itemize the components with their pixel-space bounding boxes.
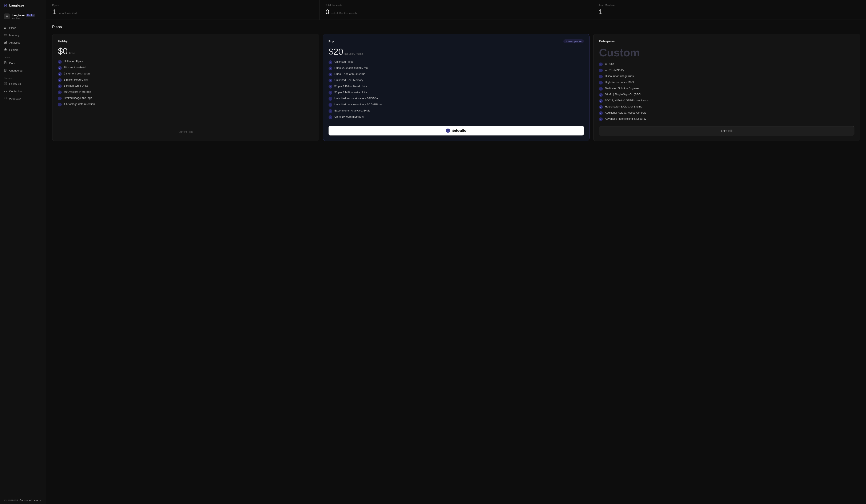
check-icon: ✓ [329, 85, 332, 89]
sidebar-label-memory: Memory [9, 34, 19, 37]
check-icon: ✓ [58, 103, 62, 106]
pro-feature-6: ✓ $3 per 1 Million Write Units [329, 91, 584, 95]
sidebar-logo-text: Langbase [9, 3, 24, 7]
hobby-feature-3: ✓ 5 memory sets (beta) [58, 72, 313, 76]
stat-members-value: 1 [599, 8, 860, 16]
hobby-feature-2: ✓ 1K runs /mo (beta) [58, 66, 313, 70]
sidebar-item-memory[interactable]: Memory [0, 32, 46, 39]
pro-footer: 1 Subscribe [329, 126, 584, 136]
org-sub: langbase [12, 17, 38, 19]
ent-feature-1: ✓ ∞ Runs [599, 62, 854, 66]
sidebar-item-feedback[interactable]: Feedback [0, 95, 46, 102]
main-content: Pipes 1 out of Unlimited Total Requests … [46, 0, 866, 504]
sidebar-item-analytics[interactable]: Analytics [0, 39, 46, 46]
svg-rect-6 [5, 42, 6, 44]
stat-pipes-sub: out of Unlimited [58, 12, 77, 15]
ent-feature-9: ✓ Additional Role & Access Controls [599, 111, 854, 115]
lets-talk-button[interactable]: Let's talk [599, 126, 854, 136]
learn-section-label: Learn [0, 54, 46, 59]
ent-feature-8: ✓ Hulucination & Clustrer Engine [599, 105, 854, 109]
follow-icon [4, 82, 7, 85]
check-icon: ✓ [329, 60, 332, 64]
pro-feature-9: ✓ Experiments, Analytics, Evals [329, 109, 584, 113]
stat-requests: Total Requests 0 out of 10K this month [320, 0, 593, 20]
hobby-feature-4: ✓ 1 Billion Read Units [58, 78, 313, 82]
subscribe-button[interactable]: 1 Subscribe [329, 126, 584, 136]
pro-feature-8: ✓ Unlimited Logs retention ~ $0.5/GB/mo [329, 103, 584, 107]
check-icon: ✓ [599, 69, 603, 72]
svg-rect-7 [6, 41, 7, 44]
sidebar-item-follow-us[interactable]: Follow us [0, 80, 46, 88]
pro-feature-3: ✓ Runs: Then at $0.002/run [329, 72, 584, 76]
sidebar-nav: Pipes Memory Analytics Explore Learn D [0, 22, 46, 497]
sidebar-label-analytics: Analytics [9, 41, 20, 44]
check-icon: ✓ [58, 84, 62, 88]
hobby-feature-6: ✓ 50K vectors in storage [58, 90, 313, 94]
check-icon: ✓ [329, 72, 332, 76]
get-started-label: Get started here [20, 499, 38, 502]
stats-bar: Pipes 1 out of Unlimited Total Requests … [46, 0, 866, 20]
check-icon: ✓ [58, 90, 62, 94]
plans-section: Plans Hobby $0 Free ✓ Unlimited Pipes [46, 20, 866, 146]
svg-rect-5 [4, 43, 5, 44]
check-icon: ✓ [329, 79, 332, 82]
stat-requests-label: Total Requests [325, 4, 587, 7]
enterprise-header: Enterprise [599, 39, 854, 43]
sidebar-label-pipes: Pipes [9, 26, 16, 30]
enterprise-price: Custom [599, 46, 854, 59]
ent-feature-6: ✓ SAML | Single-Sign-On (SSO) [599, 93, 854, 97]
check-icon: ✓ [599, 99, 603, 103]
sidebar-label-docs: Docs [9, 62, 15, 65]
hobby-name: Hobby [58, 39, 68, 43]
pro-feature-7: ✓ Unlimited vector storage ~ $3/GB/mo [329, 97, 584, 101]
check-icon: ✓ [599, 117, 603, 121]
svg-rect-2 [4, 28, 6, 29]
plans-title: Plans [52, 25, 860, 29]
org-badge: Hobby [26, 14, 35, 16]
pro-feature-4: ✓ Unlimited RAG Memory [329, 79, 584, 82]
org-icon: ⊞ [4, 13, 10, 19]
explore-icon [4, 48, 7, 52]
get-started-arrow: » [40, 499, 41, 502]
connect-section-label: Connect [0, 74, 46, 80]
enterprise-name: Enterprise [599, 39, 614, 43]
feedback-icon [4, 97, 7, 100]
hobby-features: ✓ Unlimited Pipes ✓ 1K runs /mo (beta) ✓… [58, 60, 313, 123]
pro-header: Pro ⊙ Most popular [329, 39, 584, 43]
sidebar-item-changelog[interactable]: Changelog [0, 67, 46, 74]
pro-feature-1: ✓ Unlimited Pipes [329, 60, 584, 64]
check-icon: ✓ [329, 97, 332, 101]
hobby-price: $0 Free [58, 46, 313, 56]
sidebar-item-pipes[interactable]: Pipes [0, 24, 46, 32]
sidebar-item-explore[interactable]: Explore [0, 46, 46, 54]
ent-feature-7: ✓ SOC 2, HIPAA & GDPR compliance [599, 99, 854, 103]
stat-members: Total Members 1 [593, 0, 866, 20]
plan-card-pro: Pro ⊙ Most popular $20 per user / month … [323, 34, 590, 141]
check-icon: ✓ [599, 62, 603, 66]
plans-grid: Hobby $0 Free ✓ Unlimited Pipes ✓ 1K run… [52, 34, 860, 141]
stat-pipes-value: 1 out of Unlimited [52, 8, 314, 16]
ent-feature-3: ✓ Discount on usage runs [599, 75, 854, 79]
check-icon: ✓ [329, 91, 332, 95]
pro-feature-10: ✓ Up to 10 team members [329, 115, 584, 119]
sidebar-org-switcher[interactable]: ⊞ Langbase Hobby langbase ⌄ [0, 11, 46, 22]
changelog-icon [4, 69, 7, 72]
stat-members-label: Total Members [599, 4, 860, 7]
popular-icon: ⊙ [565, 40, 567, 43]
svg-rect-17 [4, 97, 7, 99]
sidebar-item-contact-us[interactable]: Contact us [0, 88, 46, 95]
enterprise-price-amount: Custom [599, 46, 640, 59]
pro-name: Pro [329, 39, 334, 43]
sidebar-logo: ⌘ Langbase [0, 0, 46, 11]
sidebar-item-docs[interactable]: Docs [0, 59, 46, 67]
check-icon: ✓ [58, 78, 62, 82]
sidebar-get-started[interactable]: ⌘ LANGBASE Get started here » [0, 497, 46, 504]
hobby-feature-5: ✓ 1 Million Write Units [58, 84, 313, 88]
check-icon: ✓ [599, 75, 603, 79]
hobby-price-amount: $0 [58, 46, 68, 56]
check-icon: ✓ [599, 81, 603, 84]
ent-feature-10: ✓ Advanced Rate limiting & Security [599, 117, 854, 121]
docs-icon [4, 61, 7, 65]
stat-pipes-label: Pipes [52, 4, 314, 7]
enterprise-footer: Let's talk [599, 126, 854, 136]
